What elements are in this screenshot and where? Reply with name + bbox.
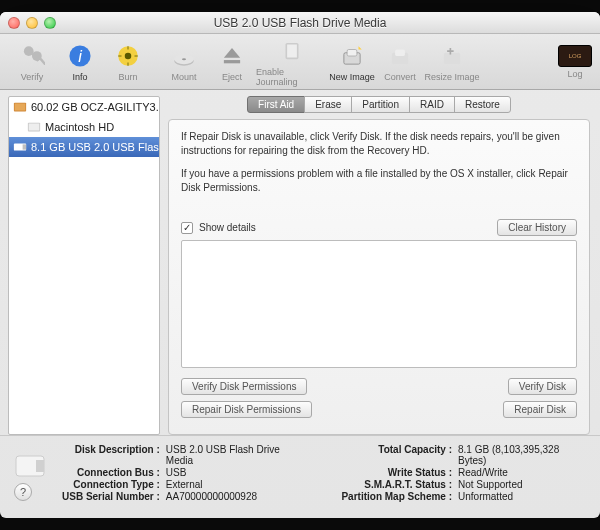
lbl-write-status: Write Status : bbox=[341, 467, 452, 478]
toolbar: Verify i Info Burn Mount Eject bbox=[0, 34, 600, 90]
volume-icon bbox=[27, 120, 41, 134]
svg-rect-24 bbox=[444, 52, 460, 63]
lbl-usb-serial: USB Serial Number : bbox=[62, 491, 160, 502]
eject-button[interactable]: Eject bbox=[208, 42, 256, 82]
sidebar-item-label: 60.02 GB OCZ-AGILITY3... bbox=[31, 101, 159, 113]
verify-icon bbox=[18, 42, 46, 70]
sidebar-item-disk-1[interactable]: 8.1 GB USB 2.0 USB Flas... bbox=[9, 137, 159, 157]
val-connection-bus: USB bbox=[166, 467, 308, 478]
convert-button[interactable]: Convert bbox=[376, 42, 424, 82]
mount-icon bbox=[170, 42, 198, 70]
svg-text:i: i bbox=[78, 46, 82, 64]
svg-rect-30 bbox=[23, 144, 27, 149]
info-columns: Disk Description : USB 2.0 USB Flash Dri… bbox=[62, 444, 588, 502]
val-smart-status: Not Supported bbox=[458, 479, 588, 490]
verify-disk-permissions-button[interactable]: Verify Disk Permissions bbox=[181, 378, 307, 395]
burn-button[interactable]: Burn bbox=[104, 42, 152, 82]
lbl-connection-bus: Connection Bus : bbox=[62, 467, 160, 478]
new-image-button[interactable]: New Image bbox=[328, 42, 376, 82]
lbl-partition-map: Partition Map Scheme : bbox=[341, 491, 452, 502]
svg-rect-32 bbox=[36, 460, 44, 472]
clear-history-button[interactable]: Clear History bbox=[497, 219, 577, 236]
verify-button[interactable]: Verify bbox=[8, 42, 56, 82]
window-title: USB 2.0 USB Flash Drive Media bbox=[0, 16, 600, 30]
svg-rect-23 bbox=[395, 49, 405, 56]
titlebar: USB 2.0 USB Flash Drive Media bbox=[0, 12, 600, 34]
disk-utility-window: USB 2.0 USB Flash Drive Media Verify i I… bbox=[0, 12, 600, 518]
verify-disk-button[interactable]: Verify Disk bbox=[508, 378, 577, 395]
desc-text-1: If Repair Disk is unavailable, click Ver… bbox=[181, 130, 577, 157]
mount-button[interactable]: Mount bbox=[160, 42, 208, 82]
traffic-lights bbox=[8, 17, 56, 29]
hdd-icon bbox=[13, 100, 27, 114]
repair-disk-permissions-button[interactable]: Repair Disk Permissions bbox=[181, 401, 312, 418]
enable-journaling-button[interactable]: Enable Journaling bbox=[256, 37, 328, 87]
val-partition-map: Unformatted bbox=[458, 491, 588, 502]
svg-rect-28 bbox=[29, 124, 40, 131]
disk-icon bbox=[12, 444, 48, 486]
show-details-checkbox[interactable]: ✓ bbox=[181, 222, 193, 234]
main-panel: First Aid Erase Partition RAID Restore I… bbox=[164, 90, 600, 435]
resize-image-button[interactable]: Resize Image bbox=[424, 42, 480, 82]
repair-disk-button[interactable]: Repair Disk bbox=[503, 401, 577, 418]
svg-marker-21 bbox=[359, 46, 362, 49]
sidebar-item-disk-0[interactable]: 60.02 GB OCZ-AGILITY3... bbox=[9, 97, 159, 117]
info-icon: i bbox=[66, 42, 94, 70]
tab-raid[interactable]: RAID bbox=[409, 96, 455, 113]
minimize-icon[interactable] bbox=[26, 17, 38, 29]
show-details-label: Show details bbox=[199, 222, 256, 233]
convert-icon bbox=[386, 42, 414, 70]
tab-partition[interactable]: Partition bbox=[351, 96, 410, 113]
tab-restore[interactable]: Restore bbox=[454, 96, 511, 113]
journaling-icon bbox=[278, 37, 306, 65]
lbl-connection-type: Connection Type : bbox=[62, 479, 160, 490]
usb-drive-icon bbox=[13, 140, 27, 154]
svg-rect-20 bbox=[347, 49, 357, 56]
zoom-icon[interactable] bbox=[44, 17, 56, 29]
svg-rect-26 bbox=[15, 104, 26, 111]
lbl-total-capacity: Total Capacity : bbox=[341, 444, 452, 466]
val-connection-type: External bbox=[166, 479, 308, 490]
svg-rect-3 bbox=[39, 57, 45, 65]
burn-icon bbox=[114, 42, 142, 70]
tab-first-aid[interactable]: First Aid bbox=[247, 96, 305, 113]
val-write-status: Read/Write bbox=[458, 467, 588, 478]
close-icon[interactable] bbox=[8, 17, 20, 29]
val-disk-description: USB 2.0 USB Flash Drive Media bbox=[166, 444, 308, 466]
svg-point-7 bbox=[125, 52, 132, 59]
lbl-smart-status: S.M.A.R.T. Status : bbox=[341, 479, 452, 490]
log-button[interactable]: LOG Log bbox=[558, 45, 592, 79]
log-icon: LOG bbox=[558, 45, 592, 67]
val-usb-serial: AA70000000000928 bbox=[166, 491, 308, 502]
info-button[interactable]: i Info bbox=[56, 42, 104, 82]
help-button[interactable]: ? bbox=[14, 483, 32, 501]
sidebar-item-label: 8.1 GB USB 2.0 USB Flas... bbox=[31, 141, 159, 153]
sidebar: 60.02 GB OCZ-AGILITY3... Macintosh HD 8.… bbox=[8, 96, 160, 435]
desc-text-2: If you have a permissions problem with a… bbox=[181, 167, 577, 194]
val-total-capacity: 8.1 GB (8,103,395,328 Bytes) bbox=[458, 444, 588, 466]
svg-marker-15 bbox=[224, 47, 240, 57]
footer: Disk Description : USB 2.0 USB Flash Dri… bbox=[0, 435, 600, 511]
lbl-disk-description: Disk Description : bbox=[62, 444, 160, 466]
new-image-icon bbox=[338, 42, 366, 70]
details-log[interactable] bbox=[181, 240, 577, 368]
first-aid-panel: If Repair Disk is unavailable, click Ver… bbox=[168, 119, 590, 435]
tab-erase[interactable]: Erase bbox=[304, 96, 352, 113]
tabbar: First Aid Erase Partition RAID Restore bbox=[168, 96, 590, 113]
svg-rect-18 bbox=[287, 44, 297, 57]
svg-point-14 bbox=[182, 58, 186, 60]
resize-image-icon bbox=[438, 42, 466, 70]
sidebar-item-volume-0[interactable]: Macintosh HD bbox=[9, 117, 159, 137]
eject-icon bbox=[218, 42, 246, 70]
sidebar-item-label: Macintosh HD bbox=[45, 121, 114, 133]
svg-rect-16 bbox=[224, 60, 240, 63]
